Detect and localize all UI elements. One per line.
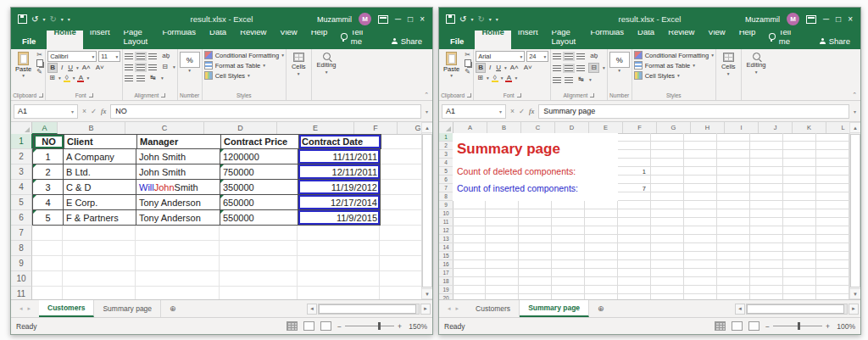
collapse-ribbon-icon[interactable]: ⌃ bbox=[852, 92, 857, 98]
minimize-button[interactable]: ─ bbox=[395, 15, 401, 24]
row-header-11[interactable]: 11 bbox=[439, 218, 453, 226]
minimize-button[interactable]: ─ bbox=[823, 15, 829, 24]
format-painter-button[interactable]: ✎ bbox=[36, 68, 43, 75]
scroll-up-icon[interactable]: ▲ bbox=[421, 122, 432, 133]
undo-icon[interactable]: ↺ bbox=[31, 14, 38, 24]
sheet-nav-left-icon[interactable]: ◂ bbox=[19, 305, 23, 312]
borders-button[interactable]: ⊞ bbox=[476, 74, 485, 82]
cell-A4[interactable]: 3 bbox=[32, 180, 64, 195]
cell-F9[interactable] bbox=[380, 256, 422, 271]
vertical-scroll-thumb[interactable] bbox=[422, 134, 432, 287]
insert-function-icon[interactable]: fx bbox=[101, 107, 106, 115]
scroll-down-icon[interactable]: ▼ bbox=[849, 288, 860, 299]
format-painter-button[interactable]: ✎ bbox=[465, 68, 471, 75]
cell-styles-button[interactable]: Cell Styles▾ bbox=[634, 71, 714, 80]
font-color-button[interactable]: A bbox=[76, 75, 85, 82]
cell-A3[interactable]: 2 bbox=[32, 164, 64, 180]
cell-D9[interactable] bbox=[220, 256, 298, 271]
qat-customize-icon[interactable]: ▾ bbox=[496, 16, 498, 22]
row-header-3[interactable]: 3 bbox=[11, 164, 32, 180]
cell-F8[interactable] bbox=[380, 241, 422, 256]
increase-indent-button[interactable] bbox=[136, 75, 145, 81]
bold-button[interactable]: B bbox=[47, 63, 58, 73]
formula-bar-expand-icon[interactable]: ▾ bbox=[424, 109, 430, 114]
row-header-10[interactable]: 10 bbox=[11, 271, 32, 287]
grow-font-button[interactable]: A˄ bbox=[81, 64, 92, 72]
cell-C9[interactable] bbox=[136, 256, 220, 271]
column-header-D[interactable]: D bbox=[204, 122, 277, 134]
align-left-button[interactable] bbox=[553, 65, 561, 71]
cell-B2[interactable]: A Company bbox=[64, 149, 136, 164]
font-color-button[interactable]: A bbox=[504, 75, 513, 82]
cancel-icon[interactable]: × bbox=[82, 107, 86, 115]
underline-button[interactable]: U bbox=[66, 64, 75, 72]
column-header-H[interactable]: H bbox=[691, 122, 725, 133]
share-button[interactable]: Share bbox=[381, 33, 432, 49]
scroll-up-icon[interactable]: ▲ bbox=[849, 122, 860, 133]
redo-dropdown-icon[interactable]: ▾ bbox=[489, 16, 492, 22]
enter-icon[interactable]: ✓ bbox=[519, 107, 525, 115]
cell-B8[interactable] bbox=[63, 241, 136, 256]
paste-button[interactable]: Paste▾ bbox=[441, 51, 462, 79]
horizontal-scrollbar[interactable]: ◄ ► bbox=[307, 300, 432, 317]
cell-A10[interactable] bbox=[32, 271, 63, 287]
cell-E2[interactable]: 11/11/2011 bbox=[298, 149, 381, 164]
undo-dropdown-icon[interactable]: ▾ bbox=[42, 16, 45, 22]
cell-B10[interactable] bbox=[63, 271, 136, 287]
increase-indent-button[interactable] bbox=[565, 77, 573, 83]
cell-C7[interactable] bbox=[136, 226, 220, 241]
cell-B5[interactable]: E Corp. bbox=[64, 195, 136, 210]
cell-E1[interactable]: Contract Date bbox=[299, 134, 381, 149]
row-header-11[interactable]: 11 bbox=[11, 287, 32, 299]
cell-D11[interactable] bbox=[220, 287, 298, 299]
cell-B4[interactable]: C & D bbox=[64, 180, 136, 195]
column-header-E[interactable]: E bbox=[277, 122, 354, 134]
conditional-formatting-button[interactable]: Conditional Formatting▾ bbox=[204, 51, 284, 59]
sheet-nav-right-icon[interactable]: ▸ bbox=[28, 305, 31, 312]
name-box[interactable]: A1▾ bbox=[14, 104, 78, 119]
vertical-scrollbar[interactable]: ▲ ▼ bbox=[421, 122, 432, 299]
cell-B11[interactable] bbox=[63, 287, 136, 299]
row-header-15[interactable]: 15 bbox=[439, 252, 453, 260]
sheet-nav-left-icon[interactable]: ◂ bbox=[448, 305, 451, 312]
cell-A11[interactable] bbox=[32, 287, 63, 299]
cell-E9[interactable] bbox=[298, 256, 380, 271]
font-size-box[interactable]: 11▾ bbox=[98, 51, 120, 62]
cell-A9[interactable] bbox=[32, 256, 63, 271]
vertical-scroll-thumb[interactable] bbox=[850, 134, 860, 287]
cut-button[interactable]: ✂ bbox=[465, 51, 471, 59]
column-header-B[interactable]: B bbox=[487, 122, 521, 133]
column-header-J[interactable]: J bbox=[759, 122, 793, 133]
formula-bar-expand-icon[interactable]: ▾ bbox=[852, 109, 858, 114]
conditional-formatting-button[interactable]: Conditional Formatting▾ bbox=[634, 51, 714, 59]
cell-F1[interactable] bbox=[381, 134, 422, 149]
zoom-out-icon[interactable]: − bbox=[337, 322, 342, 331]
cell-D4[interactable]: 350000 bbox=[220, 180, 298, 195]
cell-E7[interactable] bbox=[298, 226, 380, 241]
row-header-6[interactable]: 6 bbox=[439, 176, 453, 184]
close-button[interactable]: × bbox=[848, 15, 853, 24]
merge-center-button[interactable]: ⊟ bbox=[160, 63, 170, 71]
share-button[interactable]: Share bbox=[810, 33, 860, 49]
select-all-corner[interactable] bbox=[439, 122, 453, 133]
column-header-I[interactable]: I bbox=[725, 122, 759, 133]
cell-B9[interactable] bbox=[63, 256, 136, 271]
cell-D6[interactable]: 550000 bbox=[220, 210, 298, 226]
font-dialog-launcher-icon[interactable] bbox=[517, 93, 521, 98]
cell-F3[interactable] bbox=[381, 164, 422, 180]
column-header-G[interactable]: G bbox=[657, 122, 691, 133]
scroll-left-icon[interactable]: ◄ bbox=[307, 304, 317, 315]
ribbon-tab-file[interactable]: File bbox=[439, 33, 475, 49]
row-header-6[interactable]: 6 bbox=[11, 210, 32, 226]
row-header-7[interactable]: 7 bbox=[439, 184, 453, 192]
cell-A6[interactable]: 5 bbox=[32, 210, 64, 226]
close-button[interactable]: × bbox=[420, 15, 425, 24]
cell-C8[interactable] bbox=[136, 241, 220, 256]
enter-icon[interactable]: ✓ bbox=[91, 107, 97, 115]
vertical-scrollbar[interactable]: ▲ ▼ bbox=[849, 122, 860, 299]
row-header-20[interactable]: 20 bbox=[439, 294, 453, 299]
cell-styles-button[interactable]: Cell Styles▾ bbox=[204, 71, 284, 80]
row-header-9[interactable]: 9 bbox=[11, 256, 32, 271]
zoom-out-icon[interactable]: − bbox=[765, 322, 770, 331]
cancel-icon[interactable]: × bbox=[510, 107, 515, 115]
